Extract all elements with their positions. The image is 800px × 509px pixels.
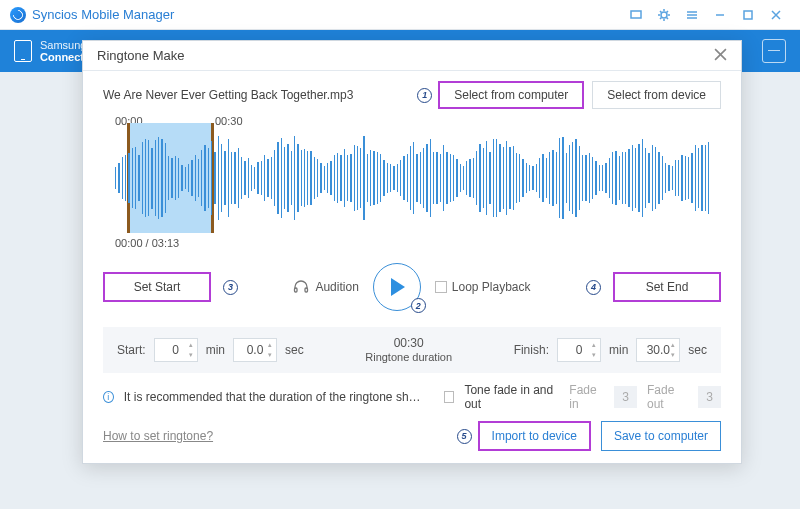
device-status: Connect	[40, 51, 86, 63]
start-sec-input[interactable]: 0.0▴▾	[233, 338, 277, 362]
loop-label: Loop Playback	[452, 280, 531, 294]
how-to-link[interactable]: How to set ringtone?	[103, 429, 213, 443]
svg-rect-3	[295, 288, 298, 292]
ringtone-modal: Ringtone Make We Are Never Ever Getting …	[82, 40, 742, 464]
save-to-computer-button[interactable]: Save to computer	[601, 421, 721, 451]
duration-value: 00:30	[312, 336, 506, 350]
headphone-icon	[293, 279, 309, 295]
min-unit: min	[206, 343, 225, 357]
gear-icon[interactable]	[650, 5, 678, 25]
close-icon[interactable]	[762, 5, 790, 25]
step-2-badge: 2	[411, 298, 426, 313]
modal-close-button[interactable]	[714, 48, 727, 64]
menu-icon[interactable]	[678, 5, 706, 25]
fade-in-label: Fade in	[569, 383, 604, 411]
tone-fade-label: Tone fade in and out	[464, 383, 559, 411]
loop-playback-checkbox[interactable]: Loop Playback	[435, 280, 531, 294]
maximize-icon[interactable]	[734, 5, 762, 25]
phone-icon	[14, 40, 32, 62]
finish-label: Finish:	[514, 343, 549, 357]
current-filename: We Are Never Ever Getting Back Together.…	[103, 88, 417, 102]
fade-row: i It is recommended that the duration of…	[103, 383, 721, 411]
audition-button[interactable]: Audition	[293, 279, 358, 295]
toolbox-icon[interactable]	[762, 39, 786, 63]
set-end-button[interactable]: Set End	[613, 272, 721, 302]
app-title: Syncios Mobile Manager	[32, 7, 174, 22]
finish-sec-input[interactable]: 30.0▴▾	[636, 338, 680, 362]
set-start-button[interactable]: Set Start	[103, 272, 211, 302]
step-3-badge: 3	[223, 280, 238, 295]
svg-rect-0	[631, 11, 641, 18]
recommendation-text: It is recommended that the duration of t…	[124, 390, 424, 404]
duration-label: Ringtone duration	[312, 351, 506, 364]
min-unit-2: min	[609, 343, 628, 357]
start-label: Start:	[117, 343, 146, 357]
step-1-badge: 1	[417, 88, 432, 103]
fade-out-value[interactable]: 3	[698, 386, 721, 408]
sec-unit: sec	[285, 343, 304, 357]
step-4-badge: 4	[586, 280, 601, 295]
play-button[interactable]: 2	[373, 263, 421, 311]
select-from-computer-button[interactable]: Select from computer	[438, 81, 584, 109]
playback-position: 00:00 / 03:13	[115, 237, 179, 249]
import-to-device-button[interactable]: Import to device	[478, 421, 591, 451]
time-range-panel: Start: 0▴▾ min 0.0▴▾ sec 00:30 Ringtone …	[103, 327, 721, 373]
fade-out-label: Fade out	[647, 383, 688, 411]
sec-unit-2: sec	[688, 343, 707, 357]
fade-in-value[interactable]: 3	[614, 386, 637, 408]
cast-icon[interactable]	[622, 5, 650, 25]
device-name: Samsung	[40, 39, 86, 51]
app-logo-icon	[10, 7, 26, 23]
step-5-badge: 5	[457, 429, 472, 444]
select-from-device-button[interactable]: Select from device	[592, 81, 721, 109]
modal-title: Ringtone Make	[97, 48, 184, 63]
waveform-bars	[115, 123, 709, 233]
checkbox-icon	[435, 281, 447, 293]
modal-header: Ringtone Make	[83, 41, 741, 71]
waveform-area[interactable]: 00:00 00:30 00:00 / 03:13	[103, 123, 721, 233]
svg-rect-4	[305, 288, 308, 292]
info-icon: i	[103, 391, 114, 403]
app-titlebar: Syncios Mobile Manager	[0, 0, 800, 30]
play-icon	[391, 278, 405, 296]
start-min-input[interactable]: 0▴▾	[154, 338, 198, 362]
finish-min-input[interactable]: 0▴▾	[557, 338, 601, 362]
svg-rect-2	[744, 11, 752, 19]
audition-label: Audition	[315, 280, 358, 294]
tone-fade-checkbox[interactable]	[444, 391, 455, 403]
svg-point-1	[661, 12, 667, 18]
minimize-icon[interactable]	[706, 5, 734, 25]
